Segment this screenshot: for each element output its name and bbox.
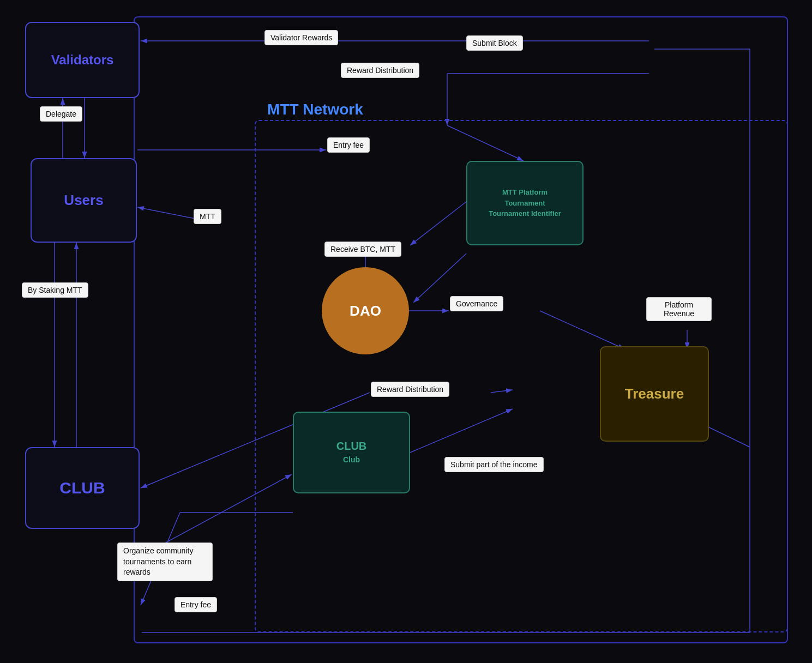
treasure-label: Treasure [625, 385, 684, 402]
diagram: MTT Network Validators Users CLUB MTT Pl… [0, 0, 812, 663]
platform-box: MTT PlatformTournamentTournament Identif… [466, 161, 584, 245]
club-label: CLUB [59, 479, 105, 497]
club2-box: CLUBClub [293, 412, 410, 493]
dao-circle: DAO [322, 267, 409, 354]
club2-label: CLUBClub [336, 440, 367, 465]
validator-rewards-label: Validator Rewards [264, 30, 338, 45]
dao-label: DAO [350, 303, 381, 320]
club-box: CLUB [25, 447, 140, 529]
treasure-box: Treasure [600, 346, 709, 442]
users-label: Users [64, 192, 103, 209]
platform-revenue-label: Platform Revenue [646, 297, 712, 321]
mtt-network-label: MTT Network [267, 101, 363, 118]
delegate-label: Delegate [40, 106, 82, 122]
entry-fee-bottom-label: Entry fee [175, 597, 217, 612]
by-staking-mtt-label: By Staking MTT [22, 282, 88, 298]
users-box: Users [31, 158, 137, 243]
governance-label: Governance [450, 296, 503, 311]
platform-label: MTT PlatformTournamentTournament Identif… [489, 187, 561, 219]
reward-distribution-top-label: Reward Distribution [341, 63, 419, 78]
organize-community-label: Organize community tournaments to earn r… [117, 543, 213, 581]
validators-label: Validators [51, 52, 114, 68]
submit-part-income-label: Submit part of the income [444, 457, 544, 472]
receive-btc-mtt-label: Receive BTC, MTT [324, 242, 401, 257]
validators-box: Validators [25, 22, 140, 98]
entry-fee-top-label: Entry fee [327, 137, 370, 153]
submit-block-label: Submit Block [466, 35, 523, 51]
reward-distribution-mid-label: Reward Distribution [371, 382, 449, 397]
mtt-label: MTT [194, 209, 221, 224]
